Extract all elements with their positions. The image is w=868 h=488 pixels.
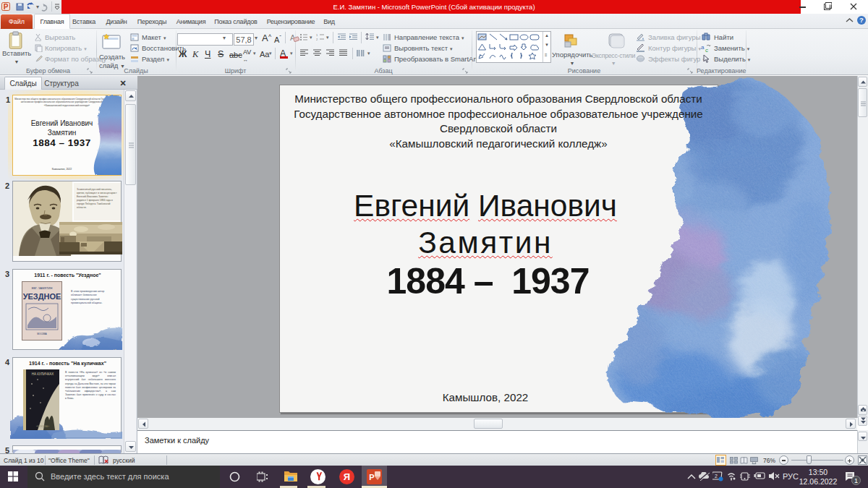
svg-text:МОСКВА: МОСКВА xyxy=(37,333,47,335)
svg-text:2: 2 xyxy=(316,38,318,41)
svg-text:ЕВГ. ЗАМЯТИН: ЕВГ. ЗАМЯТИН xyxy=(32,286,53,290)
svg-text:УЕЗДНОЕ: УЕЗДНОЕ xyxy=(23,292,61,301)
svg-text:2: 2 xyxy=(715,474,718,479)
svg-text:a: a xyxy=(701,44,705,51)
svg-text:c: c xyxy=(705,47,708,53)
svg-text:1: 1 xyxy=(316,33,318,37)
svg-text:P: P xyxy=(369,473,374,481)
svg-text:▾: ▾ xyxy=(36,4,39,10)
svg-text:P: P xyxy=(4,3,9,11)
svg-text:«МОСКВА»: «МОСКВА» xyxy=(36,425,49,428)
svg-text:НА КУЛИЧКАХ: НА КУЛИЧКАХ xyxy=(32,372,54,376)
